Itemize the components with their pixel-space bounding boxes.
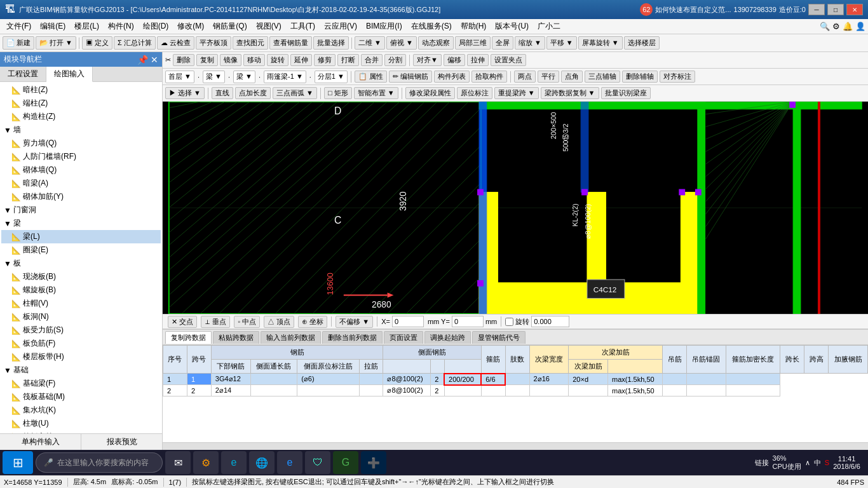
- menu-floor[interactable]: 楼层(L): [71, 20, 103, 33]
- tab-input-col[interactable]: 输入当前列数据: [261, 331, 321, 344]
- menu-modify[interactable]: 修改(M): [173, 20, 208, 33]
- select-floor-button[interactable]: 选择楼层: [624, 36, 660, 50]
- menu-rebar-qty[interactable]: 钢筋量(Q): [209, 20, 250, 33]
- taskbar-app-plus[interactable]: ➕: [361, 451, 386, 474]
- tree-item-slab-hole[interactable]: 📐 板洞(N): [1, 310, 161, 323]
- select-button[interactable]: ▶ 选择 ▼: [165, 87, 205, 99]
- perpendicular-snap[interactable]: ⊥ 垂点: [201, 316, 230, 328]
- tab-project-settings[interactable]: 工程设置: [0, 67, 46, 81]
- td-hanger-2[interactable]: [529, 385, 569, 396]
- td-span-len-1[interactable]: [663, 374, 687, 385]
- split-button[interactable]: 分割: [384, 54, 406, 66]
- menu-version[interactable]: 版本号(U): [491, 20, 532, 33]
- close-button[interactable]: ✕: [846, 4, 863, 15]
- point-extend-button[interactable]: 点加长度: [235, 87, 271, 99]
- td-hanger-anchor-1[interactable]: 20×d: [569, 374, 608, 385]
- cloud-check-button[interactable]: ☁ 云检查: [157, 36, 194, 50]
- tree-item-hidden-beam[interactable]: 📐 暗梁(A): [1, 177, 161, 190]
- td-legs-1[interactable]: 2: [431, 374, 444, 385]
- td-bottom-2[interactable]: 2⌀14: [211, 385, 250, 396]
- td-beam-width-1[interactable]: 200/200: [444, 374, 481, 385]
- table-container[interactable]: 序号 跨号 钢筋 侧面钢筋 箍筋 肢数 次梁宽度 次梁加筋 吊筋 吊筋锚固 箍筋…: [163, 345, 868, 442]
- find-element-button[interactable]: 查找图元: [233, 36, 268, 50]
- menu-online[interactable]: 在线服务(S): [407, 20, 456, 33]
- edit-rebar-button[interactable]: ✏ 编辑钢筋: [389, 71, 432, 83]
- tree-item-dark-column[interactable]: 📐 暗柱(Z): [1, 83, 161, 97]
- td-stirrup-2[interactable]: ⌀8@100(2): [383, 385, 431, 396]
- local-3d-button[interactable]: 局部三维: [455, 36, 491, 50]
- smart-place-button[interactable]: 智能布置 ▼: [354, 87, 398, 99]
- no-offset-button[interactable]: 不偏移 ▼: [336, 316, 373, 328]
- offset-button[interactable]: 偏移: [444, 54, 465, 66]
- parallel-button[interactable]: 平行: [538, 71, 559, 83]
- tree-item-beam-l[interactable]: 📐 梁(L): [1, 230, 161, 243]
- zoom-button[interactable]: 缩放 ▼: [515, 36, 545, 50]
- td-beam-add-2[interactable]: [481, 385, 505, 396]
- taskbar-app-mail[interactable]: ✉: [165, 451, 191, 474]
- tree-item-ring-beam[interactable]: 📐 圈梁(E): [1, 243, 161, 257]
- tree-item-foundation[interactable]: ▼ 基础: [1, 363, 161, 377]
- tree-item-floor-band[interactable]: 📐 楼层板带(H): [1, 350, 161, 363]
- canvas-area[interactable]: 3920 2680 13600 200×500 500⑮3/2 KL-2(2) …: [163, 102, 868, 314]
- tree-item-beam[interactable]: ▼ 梁: [1, 217, 161, 230]
- move-button[interactable]: 移动: [243, 54, 265, 66]
- tab-swap-start[interactable]: 调换起始跨: [424, 331, 471, 344]
- td-span-len-2[interactable]: [663, 385, 687, 396]
- trim-button[interactable]: 修剪: [314, 54, 336, 66]
- td-span-h-2[interactable]: [687, 385, 726, 396]
- td-bottom-1[interactable]: 3G4⌀12: [211, 374, 250, 385]
- view-rebar-button[interactable]: 查看钢筋量: [269, 36, 312, 50]
- open-button[interactable]: 📂打开 ▼: [36, 36, 76, 50]
- tree-item-end-column[interactable]: 📐 端柱(Z): [1, 97, 161, 110]
- menu-file[interactable]: 文件(F): [3, 20, 35, 33]
- table-row-1[interactable]: 1 1 3G4⌀12 (⌀6) ⌀8@100(2) 2 200/200 6/6 …: [163, 374, 868, 385]
- td-stirrup-1[interactable]: ⌀8@100(2): [383, 374, 431, 385]
- align-slab-button[interactable]: 平齐板顶: [196, 36, 231, 50]
- three-arc-button[interactable]: 三点画弧 ▼: [273, 87, 317, 99]
- component-list-button[interactable]: 构件列表: [434, 71, 470, 83]
- td-beam-width-2[interactable]: [444, 385, 481, 396]
- beam-name-dropdown[interactable]: 雨篷梁-1 ▼: [264, 71, 306, 83]
- report-preview-button[interactable]: 报表预览: [81, 434, 162, 450]
- td-haunch-1[interactable]: [726, 374, 780, 385]
- align-mark-button[interactable]: 对齐标注: [660, 71, 695, 83]
- rect-button[interactable]: □ 矩形: [324, 87, 352, 99]
- td-hanger-anchor-2[interactable]: [569, 385, 608, 396]
- x-input[interactable]: [392, 316, 424, 327]
- td-legs-2[interactable]: 2: [431, 385, 444, 396]
- tab-paste-span[interactable]: 粘贴跨数据: [213, 331, 259, 344]
- maximize-button[interactable]: □: [827, 4, 844, 15]
- tab-copy-span[interactable]: 复制跨数据: [165, 331, 212, 344]
- nav-close-button[interactable]: ✕: [151, 55, 158, 65]
- start-button[interactable]: ⊞: [3, 451, 33, 474]
- delete-button[interactable]: 删除: [173, 54, 194, 66]
- stretch-button[interactable]: 拉伸: [467, 54, 489, 66]
- merge-button[interactable]: 合并: [361, 54, 383, 66]
- coordinate-snap[interactable]: ⊕ 坐标: [298, 316, 327, 328]
- intersection-snap[interactable]: ✕ 交点: [168, 316, 197, 328]
- dynamic-view-button[interactable]: 动态观察: [418, 36, 454, 50]
- element-type-dropdown[interactable]: 梁 ▼: [203, 71, 225, 83]
- rotate-button[interactable]: 旋转: [267, 54, 288, 66]
- beam-type-dropdown[interactable]: 梁 ▼: [233, 71, 255, 83]
- tree-item-slab-rebar[interactable]: 📐 板受力筋(S): [1, 323, 161, 337]
- layer-dropdown[interactable]: 分层1 ▼: [315, 71, 348, 83]
- 2d-button[interactable]: 二维 ▼: [355, 36, 385, 50]
- batch-select-button[interactable]: 批量选择: [313, 36, 349, 50]
- tree-item-col-cap[interactable]: 📐 柱帽(V): [1, 297, 161, 310]
- modify-span-button[interactable]: 修改梁段属性: [405, 87, 455, 99]
- tree-item-raft[interactable]: 📐 筏板基础(M): [1, 390, 161, 403]
- td-side-long-1[interactable]: [250, 374, 297, 385]
- td-hanger-1[interactable]: 2⌀16: [529, 374, 569, 385]
- screen-rotate-button[interactable]: 屏幕旋转 ▼: [578, 36, 623, 50]
- tree-item-cast-slab[interactable]: 📐 现浇板(B): [1, 270, 161, 283]
- pick-component-button[interactable]: 拾取构件: [471, 71, 507, 83]
- batch-identify-button[interactable]: 批量识别梁座: [601, 87, 651, 99]
- table-row-2[interactable]: 2 2 2⌀14 ⌀8@100(2) 2: [163, 385, 868, 396]
- tree-item-wall[interactable]: ▼ 墙: [1, 123, 161, 137]
- menu-draw[interactable]: 绘图(D): [139, 20, 173, 33]
- taskbar-search[interactable]: 🎤 在这里输入你要搜索的内容: [36, 452, 163, 473]
- td-haunch-2[interactable]: [726, 385, 780, 396]
- taskbar-app-ie[interactable]: e: [277, 451, 302, 474]
- tree-item-masonry[interactable]: 📐 砌体墙(Q): [1, 163, 161, 177]
